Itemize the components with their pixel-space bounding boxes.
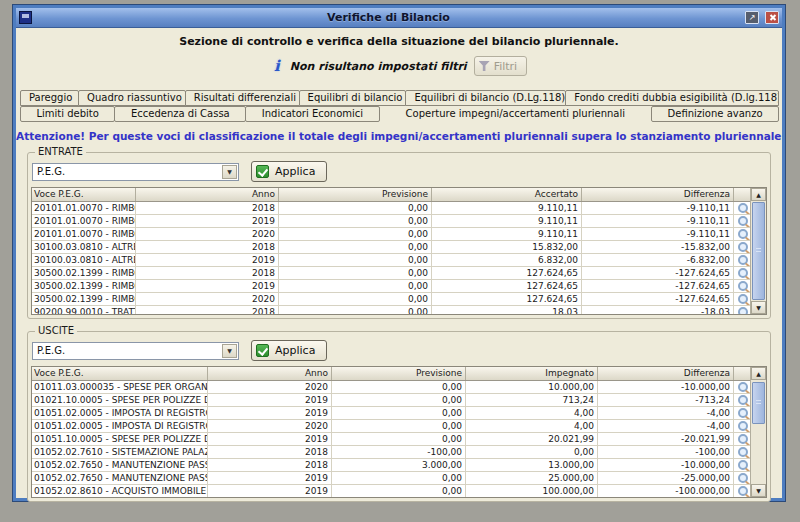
table-cell: 0,00 (279, 267, 432, 279)
table-row[interactable]: 30100.03.0810 - ALTRE LOCAZIONI20190,006… (32, 254, 750, 267)
uscite-scrollbar-thumb[interactable] (752, 382, 765, 424)
table-cell: -127.624,65 (582, 293, 734, 305)
table-row[interactable]: 01052.02.7610 - SISTEMAZIONE PALAZZO COM… (32, 446, 750, 459)
table-row[interactable]: 20101.01.0070 - RIMBORSO QUOTA MU20200,0… (32, 228, 750, 241)
table-cell: -713,24 (598, 394, 734, 406)
table-row[interactable]: 01051.02.0005 - IMPOSTA DI REGISTRO E VA… (32, 420, 750, 433)
table-cell: -9.110,11 (582, 228, 734, 240)
table-row[interactable]: 01052.02.7650 - MANUTENZIONE PASSAGGIO P… (32, 459, 750, 472)
tab-indicatori-economici[interactable]: Indicatori Economici (245, 106, 379, 122)
tab-eccedenza-di-cassa[interactable]: Eccedenza di Cassa (114, 106, 246, 122)
magnifier-icon[interactable] (738, 460, 748, 470)
check-icon (256, 344, 269, 357)
chevron-down-icon[interactable]: ▼ (222, 165, 237, 179)
magnifier-icon[interactable] (738, 421, 748, 431)
uscite-apply-button[interactable]: Applica (251, 340, 327, 361)
entrate-scrollbar-thumb[interactable] (752, 202, 765, 300)
row-detail-cell (734, 306, 750, 314)
tab-equilibri-di-bilancio[interactable]: Equilibri di bilancio (299, 90, 407, 106)
app-logo-icon (19, 11, 32, 24)
table-cell: 0,00 (332, 394, 466, 406)
magnifier-icon[interactable] (738, 447, 748, 457)
table-row[interactable]: 30500.02.1399 - RIMBORSO DA SOCIET20180,… (32, 267, 750, 280)
table-cell: 01052.02.8610 - ACQUISTO IMMOBILE COMPLE… (32, 485, 208, 497)
entrate-scrollbar-track[interactable] (751, 201, 766, 301)
tab-limiti-debito[interactable]: Limiti debito (20, 106, 115, 122)
magnifier-icon[interactable] (738, 268, 748, 278)
magnifier-icon[interactable] (738, 281, 748, 291)
filters-button[interactable]: Filtri (474, 56, 528, 76)
magnifier-icon[interactable] (738, 216, 748, 226)
magnifier-icon[interactable] (738, 486, 748, 496)
table-row[interactable]: 30100.03.0810 - ALTRE LOCAZIONI20180,001… (32, 241, 750, 254)
table-cell: 2018 (136, 202, 279, 214)
window-content: Sezione di controllo e verifica della si… (16, 35, 782, 506)
magnifier-icon[interactable] (738, 382, 748, 392)
table-cell: 9.110,11 (432, 202, 582, 214)
table-row[interactable]: 30500.02.1399 - RIMBORSO DA SOCIET20200,… (32, 293, 750, 306)
row-detail-cell (734, 241, 750, 253)
magnifier-icon[interactable] (738, 242, 748, 252)
magnifier-icon[interactable] (738, 307, 748, 314)
row-detail-cell (734, 472, 750, 484)
row-detail-cell (734, 267, 750, 279)
tab-definizione-avanzo[interactable]: Definizione avanzo (651, 106, 779, 122)
scroll-up-arrow-icon[interactable]: ▲ (751, 367, 766, 380)
magnifier-icon[interactable] (738, 408, 748, 418)
titlebar[interactable]: Verifiche di Bilancio ↗ (16, 8, 782, 28)
table-row[interactable]: 01021.10.0005 - SPESE PER POLIZZE DI ASS… (32, 394, 750, 407)
scroll-up-arrow-icon[interactable]: ▲ (751, 188, 766, 201)
table-row[interactable]: 01051.02.0005 - IMPOSTA DI REGISTRO E VA… (32, 407, 750, 420)
tab-coperture-impegni-accertamenti-pluriennali[interactable]: Coperture impegni/accertamenti plurienna… (379, 106, 652, 122)
table-cell: 9.110,11 (432, 215, 582, 227)
scroll-down-arrow-icon[interactable]: ▼ (751, 301, 766, 314)
table-cell: 0,00 (332, 433, 466, 445)
tab-quadro-riassuntivo[interactable]: Quadro riassuntivo (78, 90, 186, 106)
close-button[interactable] (765, 11, 779, 24)
table-header-row: Voce P.E.G.AnnoPrevisioneImpegnatoDiffer… (32, 367, 750, 381)
close-icon (769, 14, 776, 21)
chevron-down-icon[interactable]: ▼ (222, 344, 237, 358)
magnifier-icon[interactable] (738, 255, 748, 265)
tab-equilibri-di-bilancio-d-lg-118[interactable]: Equilibri di bilancio (D.Lg.118) (405, 90, 566, 106)
table-cell: 25.000,00 (466, 472, 598, 484)
uscite-scrollbar[interactable]: ▲ ▼ (750, 367, 766, 497)
table-row[interactable]: 01052.02.8610 - ACQUISTO IMMOBILE COMPLE… (32, 485, 750, 497)
table-cell: 90200.99.0010 - TRATTENUTA IVA PER (32, 306, 136, 314)
uscite-peg-combobox[interactable]: P.E.G. ▼ (32, 342, 239, 360)
tab-risultati-differenziali[interactable]: Risultati differenziali (185, 90, 300, 106)
table-cell: -9.110,11 (582, 202, 734, 214)
table-cell: 01052.02.7650 - MANUTENZIONE PASSAGGIO P… (32, 472, 208, 484)
entrate-peg-combobox[interactable]: P.E.G. ▼ (32, 163, 239, 181)
column-header: Voce P.E.G. (32, 367, 208, 380)
table-cell: 127.624,65 (432, 293, 582, 305)
magnifier-icon[interactable] (738, 395, 748, 405)
entrate-apply-button[interactable]: Applica (251, 161, 327, 182)
table-row[interactable]: 30500.02.1399 - RIMBORSO DA SOCIET20190,… (32, 280, 750, 293)
tab-fondo-crediti-dubbia-esigibilit-d-lg-118[interactable]: Fondo crediti dubbia esigibilità (D.lg.1… (565, 90, 779, 106)
table-row[interactable]: 01052.02.7650 - MANUTENZIONE PASSAGGIO P… (32, 472, 750, 485)
row-detail-cell (734, 485, 750, 497)
entrate-group: ENTRATE P.E.G. ▼ Applica Voce P.E.G.Anno… (27, 152, 771, 319)
table-row[interactable]: 90200.99.0010 - TRATTENUTA IVA PER20180,… (32, 306, 750, 314)
table-row[interactable]: 01011.03.000035 - SPESE PER ORGANISMO IN… (32, 381, 750, 394)
maximize-button[interactable]: ↗ (745, 11, 759, 24)
magnifier-icon[interactable] (738, 473, 748, 483)
magnifier-icon[interactable] (738, 294, 748, 304)
table-row[interactable]: 01051.10.0005 - SPESE PER POLIZZE DI ASS… (32, 433, 750, 446)
row-detail-cell (734, 459, 750, 471)
magnifier-icon[interactable] (738, 229, 748, 239)
magnifier-icon[interactable] (738, 434, 748, 444)
table-row[interactable]: 20101.01.0070 - RIMBORSO QUOTA MU20190,0… (32, 215, 750, 228)
tab-pareggio[interactable]: Pareggio (20, 90, 79, 106)
table-cell: 2019 (208, 433, 332, 445)
scroll-down-arrow-icon[interactable]: ▼ (751, 484, 766, 497)
uscite-group-label: USCITE (35, 325, 77, 336)
column-header: Previsione (332, 367, 466, 380)
table-cell: 30100.03.0810 - ALTRE LOCAZIONI (32, 254, 136, 266)
uscite-scrollbar-track[interactable] (751, 380, 766, 484)
magnifier-icon[interactable] (738, 203, 748, 213)
table-row[interactable]: 20101.01.0070 - RIMBORSO QUOTA MU20180,0… (32, 202, 750, 215)
entrate-scrollbar[interactable]: ▲ ▼ (750, 188, 766, 314)
entrate-apply-button-label: Applica (275, 165, 315, 178)
